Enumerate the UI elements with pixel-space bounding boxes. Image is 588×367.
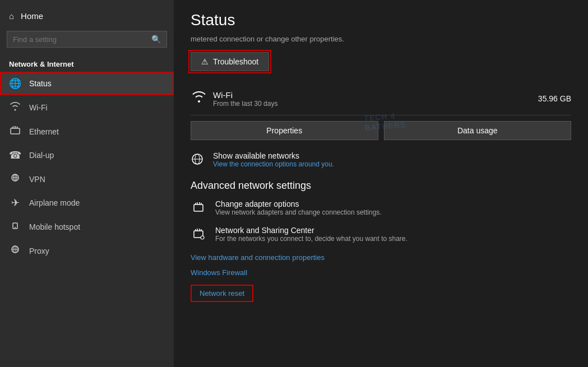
sidebar-item-label-airplane: Airplane mode — [29, 198, 80, 207]
adapter-icon — [191, 201, 206, 217]
svg-rect-0 — [11, 128, 20, 134]
wifi-data-usage: 35.96 GB — [538, 94, 571, 103]
dialup-icon: ☎ — [9, 149, 21, 161]
sidebar-item-label-vpn: VPN — [29, 175, 45, 184]
sharing-center-item[interactable]: Network and Sharing Center For the netwo… — [191, 226, 571, 243]
adapter-sub: View network adapters and change connect… — [215, 208, 382, 216]
sharing-text: Network and Sharing Center For the netwo… — [215, 226, 408, 243]
networks-subtitle: View the connection options around you. — [213, 160, 334, 168]
sidebar-item-label-proxy: Proxy — [29, 247, 49, 255]
search-input[interactable] — [13, 35, 147, 44]
svg-rect-14 — [194, 205, 203, 211]
networks-text: Show available networks View the connect… — [213, 151, 334, 168]
adapter-text: Change adapter options View network adap… — [215, 199, 382, 216]
wifi-period: From the last 30 days — [213, 100, 538, 108]
vpn-icon — [9, 173, 21, 185]
svg-point-8 — [15, 227, 16, 228]
properties-label: Properties — [266, 126, 302, 135]
data-usage-label: Data usage — [457, 126, 498, 135]
status-icon: 🌐 — [9, 77, 21, 90]
wifi-info: Wi-Fi From the last 30 days — [213, 90, 538, 108]
home-icon: ⌂ — [9, 11, 14, 21]
sidebar-item-wifi[interactable]: Wi-Fi — [0, 95, 174, 119]
sidebar-section-title: Network & Internet — [0, 52, 174, 72]
sidebar-item-label-wifi: Wi-Fi — [29, 103, 48, 112]
data-usage-button[interactable]: Data usage — [384, 121, 572, 140]
networks-title: Show available networks — [213, 151, 334, 160]
troubleshoot-label: Troubleshoot — [213, 57, 258, 66]
networks-icon — [191, 152, 204, 169]
wifi-row: Wi-Fi From the last 30 days 35.96 GB — [191, 82, 571, 115]
sharing-title: Network and Sharing Center — [215, 226, 408, 235]
svg-point-24 — [201, 236, 204, 239]
wifi-icon — [9, 101, 21, 114]
sidebar-item-ethernet[interactable]: Ethernet — [0, 119, 174, 143]
sidebar-item-status[interactable]: 🌐 Status — [0, 72, 174, 95]
search-box: 🔍 — [7, 31, 167, 48]
proxy-icon — [9, 244, 21, 257]
change-adapter-item[interactable]: Change adapter options View network adap… — [191, 199, 571, 217]
sidebar-home-button[interactable]: ⌂ Home — [0, 6, 174, 26]
page-title: Status — [191, 11, 571, 29]
properties-button[interactable]: Properties — [191, 121, 378, 140]
adapter-title: Change adapter options — [215, 199, 382, 208]
sidebar-item-proxy[interactable]: Proxy — [0, 239, 174, 263]
sidebar-item-hotspot[interactable]: Mobile hotspot — [0, 215, 174, 239]
warning-icon: ⚠ — [201, 57, 209, 66]
subtitle-text: metered connection or change other prope… — [191, 35, 571, 43]
network-reset-label: Network reset — [200, 289, 244, 298]
show-available-networks[interactable]: Show available networks View the connect… — [191, 151, 571, 169]
hotspot-icon — [9, 220, 21, 233]
ethernet-icon — [9, 125, 21, 138]
firewall-link[interactable]: Windows Firewall — [191, 267, 571, 278]
troubleshoot-button[interactable]: ⚠ Troubleshoot — [191, 52, 269, 71]
airplane-icon: ✈ — [9, 197, 21, 209]
main-content: TECH 4 BATHERS Status metered connection… — [174, 0, 588, 367]
sidebar-item-airplane[interactable]: ✈ Airplane mode — [0, 191, 174, 215]
sidebar-item-vpn[interactable]: VPN — [0, 167, 174, 191]
sidebar-item-dialup[interactable]: ☎ Dial-up — [0, 143, 174, 167]
sharing-icon — [191, 227, 206, 243]
sidebar-item-label-status: Status — [29, 79, 52, 88]
network-reset-button[interactable]: Network reset — [191, 285, 253, 302]
sidebar: ⌂ Home 🔍 Network & Internet 🌐 Status Wi-… — [0, 0, 174, 367]
wifi-name: Wi-Fi — [213, 90, 538, 100]
sidebar-item-label-hotspot: Mobile hotspot — [29, 222, 80, 231]
hardware-link[interactable]: View hardware and connection properties — [191, 252, 571, 263]
advanced-settings-heading: Advanced network settings — [191, 180, 571, 192]
search-icon: 🔍 — [151, 35, 161, 44]
wifi-action-buttons: Properties Data usage — [191, 121, 571, 140]
sharing-sub: For the networks you connect to, decide … — [215, 235, 408, 243]
wifi-row-icon — [191, 89, 213, 108]
sidebar-item-label-dialup: Dial-up — [29, 151, 54, 160]
sidebar-item-label-ethernet: Ethernet — [29, 127, 59, 136]
home-label: Home — [21, 11, 43, 21]
